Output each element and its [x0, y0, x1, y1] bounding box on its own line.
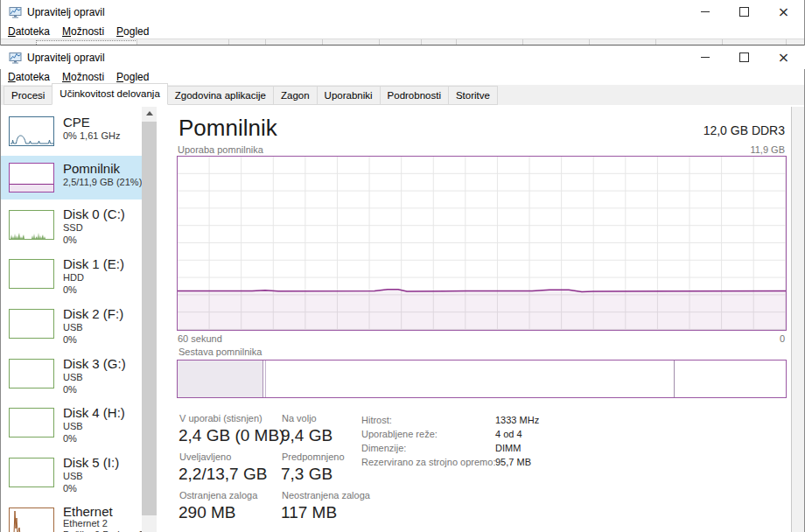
sidebar-item-detail: USB: [63, 471, 83, 481]
chart-x-axis-labels: 60 sekund 0: [178, 333, 785, 344]
disk1-mini-chart: [9, 259, 54, 289]
sidebar-item-detail: 0%: [63, 483, 77, 494]
back-window-titlebar: Upravitelj opravil ×: [0, 0, 805, 24]
maximize-button[interactable]: [724, 0, 764, 24]
tab-storitve[interactable]: Storitve: [448, 86, 498, 105]
composition-chart-title: Sestava pomnilnika: [178, 346, 262, 357]
menu-pogled[interactable]: Pogled: [110, 70, 155, 84]
minimize-button[interactable]: [685, 46, 724, 69]
ethernet-mini-chart: [9, 508, 54, 532]
sidebar-item-detail: 0%: [63, 234, 77, 245]
scrollbar-thumb[interactable]: [142, 122, 157, 515]
menu-datoteka[interactable]: Datoteka: [2, 70, 56, 84]
main-panel-scrollbar[interactable]: [791, 107, 804, 532]
tab-procesi[interactable]: Procesi: [4, 86, 52, 105]
sidebar-item-detail: USB: [63, 322, 83, 332]
close-icon: ×: [778, 53, 789, 62]
back-window-controls: ×: [685, 0, 803, 24]
composition-segment-in-use: [178, 360, 263, 397]
sidebar-item-name: Disk 1 (E:): [63, 256, 124, 271]
sidebar-item-name: Disk 5 (I:): [63, 455, 119, 470]
x-axis-right-label: 0: [780, 333, 785, 344]
stat-value-in-use: 2,4 GB (0 MB): [178, 426, 284, 445]
minimize-button[interactable]: [685, 0, 724, 24]
stat-label: Uveljavljeno: [179, 452, 231, 462]
detail-value-hw-reserved: 95,7 MB: [495, 457, 531, 467]
detail-label-slots: Uporabljene reže:: [361, 429, 438, 439]
minimize-icon: [701, 57, 710, 58]
stat-value-cached: 7,3 GB: [281, 465, 332, 484]
sidebar-item-detail: USB: [63, 372, 83, 382]
disk5-mini-chart: [9, 458, 54, 487]
cpu-mini-chart: [9, 116, 54, 146]
stat-label: V uporabi (stisnjen): [179, 413, 262, 424]
stat-label: Ostranjena zaloga: [179, 490, 257, 500]
x-axis-left-label: 60 sekund: [178, 333, 222, 344]
sidebar-item-name: Disk 2 (F:): [63, 306, 123, 321]
menu-accel: D: [8, 25, 16, 38]
stat-value-paged-pool: 290 MB: [178, 503, 235, 522]
menu-accel: D: [8, 71, 16, 83]
maximize-icon: [739, 52, 749, 62]
menu-pogled[interactable]: Pogled: [110, 24, 155, 38]
back-window-menubar: Datoteka Možnosti Pogled: [2, 24, 155, 39]
menu-accel: P: [116, 25, 123, 38]
disk4-mini-chart: [9, 408, 54, 438]
task-manager-app-icon: [9, 5, 23, 19]
menu-rest: atoteka: [16, 71, 50, 83]
stat-value-committed: 2,2/13,7 GB: [178, 465, 267, 484]
menu-rest: ožnosti: [71, 71, 104, 83]
stat-value-available: 9,4 GB: [281, 426, 332, 445]
maximize-icon: [739, 7, 749, 17]
usage-chart-title: Uporaba pomnilnika: [178, 144, 263, 155]
sidebar-item-detail: 0%: [63, 284, 77, 295]
menu-moznosti[interactable]: Možnosti: [56, 24, 110, 38]
composition-divider-standby: [674, 360, 675, 397]
sidebar-item-detail: USB: [63, 421, 83, 431]
sidebar-item-name: Pomnilnik: [63, 161, 120, 176]
tab-zgodovina-aplikacije[interactable]: Zgodovina aplikacije: [167, 86, 274, 105]
tab-zagon[interactable]: Zagon: [273, 86, 318, 105]
memory-hardware-summary: 12,0 GB DDR3: [177, 123, 785, 137]
sidebar-item-name: Disk 4 (H:): [63, 405, 125, 420]
menu-moznosti[interactable]: Možnosti: [56, 70, 110, 84]
maximize-button[interactable]: [724, 46, 764, 69]
stat-label: Na voljo: [282, 413, 317, 424]
sidebar-item-name: Disk 3 (G:): [63, 356, 126, 371]
tab-uporabniki[interactable]: Uporabniki: [317, 86, 381, 105]
sidebar-item-name: CPE: [63, 115, 90, 130]
sidebar-item-detail: 0%: [63, 384, 77, 395]
sidebar-item-detail: HDD: [63, 272, 84, 283]
close-button[interactable]: ×: [764, 46, 803, 69]
menu-datoteka[interactable]: Datoteka: [2, 24, 56, 38]
sidebar-item-name: Ethernet: [63, 504, 113, 519]
disk2-mini-chart: [9, 309, 54, 339]
front-window-controls: ×: [685, 46, 803, 69]
minimize-icon: [701, 11, 710, 12]
detail-value-speed: 1333 MHz: [495, 415, 539, 425]
detail-label-form-factor: Dimenzije:: [361, 443, 406, 453]
sidebar-scrollbar[interactable]: [142, 107, 157, 532]
disk3-mini-chart: [9, 359, 54, 388]
front-window-title: Upravitelj opravil: [27, 52, 105, 64]
stat-value-non-paged-pool: 117 MB: [281, 503, 337, 522]
tab-ucinkovitost-delovanja[interactable]: Učinkovitost delovanja: [52, 83, 167, 105]
usage-chart-labels: Uporaba pomnilnika 11,9 GB: [178, 144, 785, 155]
sidebar-item-detail: 0% 1,61 GHz: [63, 130, 120, 141]
menu-accel: M: [62, 71, 71, 83]
task-manager-screen: Upravitelj opravil × Datoteka Možnosti P…: [0, 0, 805, 532]
task-manager-app-icon: [9, 51, 23, 65]
sidebar-item-detail: 2,5/11,9 GB (21%): [63, 177, 142, 187]
window-left-border: [0, 0, 1, 532]
scrollbar-up-button[interactable]: [142, 107, 157, 120]
tab-podrobnosti[interactable]: Podrobnosti: [380, 86, 449, 105]
stat-label: Predpomnjeno: [282, 452, 345, 462]
close-button[interactable]: ×: [764, 0, 803, 24]
front-window-titlebar: Upravitelj opravil ×: [0, 46, 805, 69]
memory-composition-bar: [177, 360, 787, 398]
menu-rest: atoteka: [16, 25, 50, 38]
usage-chart-max: 11,9 GB: [750, 144, 785, 155]
stat-label: Neostranjena zaloga: [282, 490, 370, 500]
menu-accel: M: [62, 25, 71, 38]
close-icon: ×: [778, 8, 789, 17]
